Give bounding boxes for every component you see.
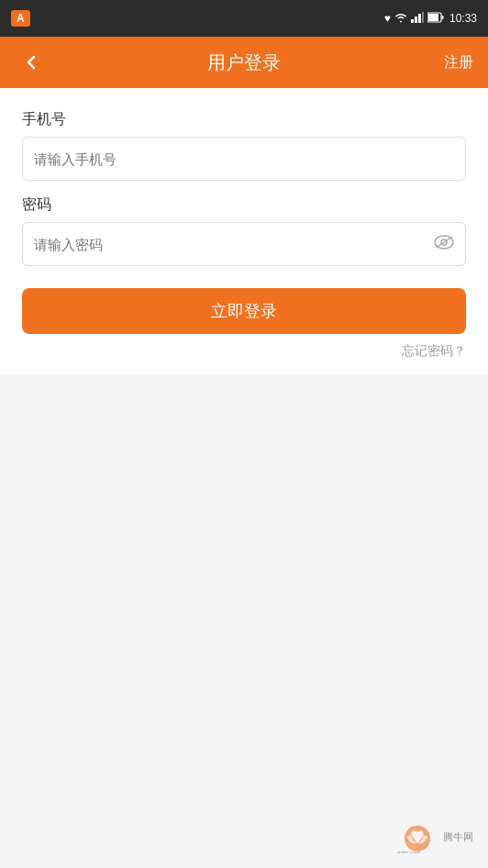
app-icon: A [11, 10, 30, 27]
location-icon: ♥ [384, 12, 391, 25]
footer-watermark: qqtn.com 腾牛网 [397, 820, 473, 853]
svg-rect-0 [411, 19, 414, 23]
password-label: 密码 [22, 195, 466, 215]
login-button[interactable]: 立即登录 [22, 288, 466, 334]
forgot-password-link[interactable]: 忘记密码？ [22, 334, 466, 374]
page-title: 用户登录 [207, 50, 281, 75]
status-bar-left: A [11, 10, 30, 27]
watermark-text: 腾牛网 [443, 830, 473, 843]
svg-rect-6 [441, 16, 443, 19]
main-content: 手机号 密码 立即登录 忘记密码？ [0, 88, 488, 374]
wifi-icon [394, 12, 407, 26]
phone-input[interactable] [34, 151, 454, 167]
password-field-group: 密码 [22, 195, 466, 266]
status-bar-right: ♥ 10:33 [384, 12, 477, 26]
battery-icon [427, 12, 444, 26]
phone-input-wrapper[interactable] [22, 137, 466, 181]
signal-icon [411, 12, 424, 26]
svg-rect-3 [422, 12, 424, 23]
svg-rect-5 [428, 14, 438, 21]
svg-line-9 [436, 237, 452, 248]
svg-rect-1 [415, 17, 417, 23]
phone-label: 手机号 [22, 110, 466, 129]
time-display: 10:33 [449, 12, 477, 25]
svg-rect-2 [418, 14, 421, 23]
phone-field-group: 手机号 [22, 110, 466, 181]
nav-bar: 用户登录 注册 [0, 37, 488, 88]
password-input-wrapper[interactable] [22, 222, 466, 266]
svg-text:qqtn.com: qqtn.com [397, 849, 420, 853]
watermark-site: 腾牛网 [443, 830, 473, 843]
status-bar: A ♥ [0, 0, 488, 37]
password-input[interactable] [34, 237, 434, 252]
password-toggle-icon[interactable] [434, 235, 454, 254]
back-button[interactable] [15, 46, 48, 79]
register-button[interactable]: 注册 [444, 53, 473, 72]
watermark-logo-icon: qqtn.com [397, 820, 438, 853]
